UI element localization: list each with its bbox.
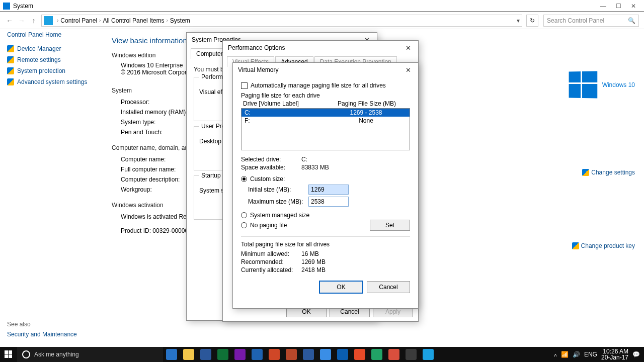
virtual-memory-dialog: Virtual Memory✕ Automatically manage pag… [232, 62, 419, 309]
nav-bar: ← → ↑ › Control Panel › All Control Pane… [0, 12, 644, 29]
shield-icon [7, 78, 14, 85]
taskbar-app[interactable] [351, 347, 368, 362]
taskbar-app[interactable] [334, 347, 351, 362]
set-button[interactable]: Set [370, 220, 410, 231]
taskbar: Ask me anything ᴧ 📶 🔊 ENG 10:26 AM20-Jan… [0, 347, 644, 362]
drive-row[interactable]: C:1269 - 2538 [242, 109, 410, 117]
taskbar-app[interactable] [214, 347, 231, 362]
taskbar-app[interactable] [197, 347, 214, 362]
breadcrumb[interactable]: All Control Panel Items [103, 17, 164, 24]
close-icon[interactable]: ✕ [403, 44, 413, 52]
cancel-button[interactable]: Cancel [367, 281, 410, 293]
taskbar-app[interactable] [385, 347, 403, 362]
taskbar-app[interactable] [300, 347, 317, 362]
radio-icon [241, 176, 247, 182]
cortana-search[interactable]: Ask me anything [17, 347, 163, 362]
sidebar-link[interactable]: Remote settings [7, 54, 98, 65]
see-also: See also Security and Maintenance [7, 321, 77, 338]
refresh-button[interactable]: ↻ [526, 15, 538, 27]
forward-button[interactable]: → [17, 17, 26, 25]
up-button[interactable]: ↑ [29, 17, 38, 25]
system-managed-radio[interactable]: System managed size [241, 211, 410, 220]
window-titlebar: System — ☐ ✕ [0, 0, 644, 12]
taskbar-app[interactable] [420, 347, 437, 362]
shield-icon [582, 169, 589, 176]
taskbar-app[interactable] [368, 347, 385, 362]
window-title: System [13, 3, 33, 10]
cortana-icon [22, 350, 30, 358]
checkbox-icon [241, 82, 248, 89]
search-icon: 🔍 [628, 17, 635, 24]
taskbar-app[interactable] [266, 347, 283, 362]
volume-icon[interactable]: 🔊 [573, 351, 580, 358]
taskbar-app[interactable] [283, 347, 300, 362]
change-settings-link[interactable]: Change settings [582, 169, 635, 176]
taskbar-app[interactable] [163, 347, 180, 362]
sidebar-link[interactable]: Advanced system settings [7, 76, 98, 87]
breadcrumb[interactable]: System [170, 17, 190, 24]
maximize-button[interactable]: ☐ [611, 3, 626, 10]
tray-expand-icon[interactable]: ᴧ [554, 352, 557, 357]
taskbar-app[interactable] [231, 347, 249, 362]
sidebar-link[interactable]: Device Manager [7, 43, 98, 54]
shield-icon [7, 67, 14, 74]
shield-icon [572, 242, 579, 249]
action-center-icon[interactable]: 💬 [632, 351, 640, 358]
folder-icon [44, 16, 53, 25]
system-icon [3, 3, 10, 10]
drive-list[interactable]: C:1269 - 2538 F:None [241, 108, 410, 150]
radio-icon [241, 212, 247, 218]
windows-logo: Windows 10 [569, 71, 635, 98]
no-paging-radio[interactable]: No paging file [241, 221, 287, 230]
close-button[interactable]: ✕ [626, 3, 641, 10]
taskbar-app[interactable] [249, 347, 266, 362]
radio-icon [241, 222, 247, 228]
taskbar-app[interactable] [317, 347, 334, 362]
drive-row[interactable]: F:None [242, 117, 410, 125]
minimize-button[interactable]: — [596, 3, 611, 10]
custom-size-radio[interactable]: Custom size: [241, 174, 410, 184]
control-panel-home-link[interactable]: Control Panel Home [7, 31, 98, 38]
breadcrumb[interactable]: Control Panel [60, 17, 97, 24]
initial-size-input[interactable] [308, 185, 349, 195]
clock[interactable]: 10:26 AM20-Jan-17 [601, 348, 628, 360]
maximum-size-input[interactable] [308, 197, 349, 207]
shield-icon [7, 45, 14, 52]
ok-button[interactable]: OK [319, 281, 363, 293]
change-key-link[interactable]: Change product key [572, 242, 635, 249]
search-input[interactable]: Search Control Panel 🔍 [543, 15, 639, 27]
sidebar: Control Panel Home Device Manager Remote… [7, 31, 98, 87]
shield-icon [7, 56, 14, 63]
taskbar-app[interactable] [403, 347, 420, 362]
network-icon[interactable]: 📶 [561, 351, 569, 358]
see-also-link[interactable]: Security and Maintenance [7, 331, 77, 338]
address-bar[interactable]: › Control Panel › All Control Panel Item… [41, 15, 522, 27]
back-button[interactable]: ← [5, 17, 14, 25]
language-indicator[interactable]: ENG [584, 351, 597, 358]
auto-manage-checkbox[interactable]: Automatically manage paging file size fo… [241, 82, 410, 89]
taskbar-app[interactable] [180, 347, 197, 362]
close-icon[interactable]: ✕ [403, 66, 413, 74]
sidebar-link[interactable]: System protection [7, 65, 98, 76]
start-button[interactable] [0, 350, 17, 358]
